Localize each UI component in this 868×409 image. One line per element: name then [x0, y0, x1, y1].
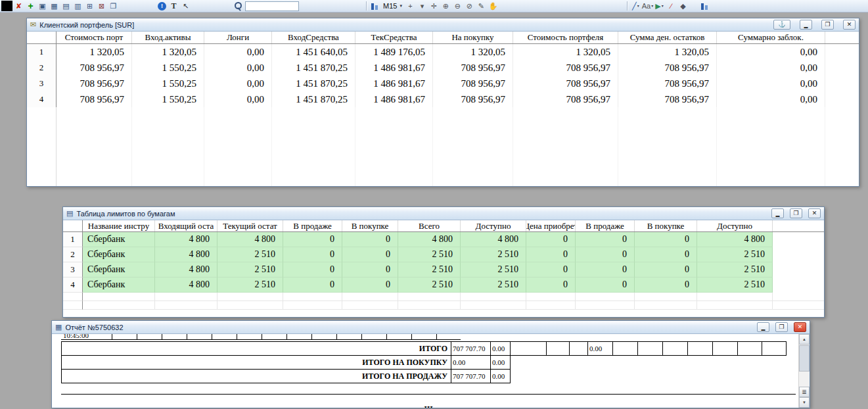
- column-header[interactable]: Название инстру: [83, 220, 155, 231]
- add-window-icon[interactable]: +: [25, 1, 36, 11]
- table-row[interactable]: 4708 956,971 550,250,001 451 870,251 486…: [27, 91, 859, 107]
- restore-button[interactable]: ❐: [821, 20, 834, 30]
- column-header[interactable]: Вход.активы: [132, 32, 204, 43]
- chart-bars-icon[interactable]: [369, 1, 380, 11]
- table-row[interactable]: 3708 956,971 550,250,001 451 870,251 486…: [27, 76, 859, 91]
- portfolio-titlebar[interactable]: ✉ Клиентский портфель [SUR] ⚓ ▬ ❐ ✕: [27, 18, 859, 32]
- table-row[interactable]: 4Сбербанк4 8002 510002 5102 5100002 510: [63, 277, 824, 293]
- report-value-cell: [547, 342, 570, 355]
- close-button[interactable]: ✕: [794, 322, 806, 332]
- zoom-in-icon[interactable]: +: [405, 1, 416, 11]
- column-header[interactable]: ВходСредства: [272, 32, 355, 43]
- column-header[interactable]: Всего: [398, 220, 461, 231]
- new-chart-icon[interactable]: ▣: [37, 1, 48, 11]
- table-row[interactable]: 2Сбербанк4 8002 510002 5102 5100002 510: [63, 247, 824, 262]
- table-close-icon[interactable]: ⊠: [96, 1, 107, 11]
- black-square-icon[interactable]: [1, 1, 12, 11]
- table-copy-icon[interactable]: ❐: [108, 1, 119, 11]
- minimize-button[interactable]: ▬: [800, 20, 812, 30]
- column-header[interactable]: Текущий остат: [217, 220, 283, 231]
- column-header[interactable]: В покупке: [342, 220, 398, 231]
- column-header[interactable]: Суммарно заблок.: [717, 32, 825, 43]
- column-header[interactable]: Сумма ден. остатков: [618, 32, 717, 43]
- pencil-icon[interactable]: ✎: [476, 1, 487, 11]
- filler-cell: [355, 107, 433, 186]
- scroll-track[interactable]: [799, 372, 810, 387]
- table-row[interactable]: 11 320,051 320,050,001 451 640,051 489 1…: [27, 44, 859, 60]
- scroll-menu-button[interactable]: ≣: [799, 387, 810, 397]
- table-row[interactable]: 1Сбербанк4 8004 800004 8004 8000004 800: [63, 232, 824, 247]
- table-row[interactable]: 2708 956,971 550,250,001 451 870,251 486…: [27, 60, 859, 76]
- cell: 4 800: [398, 232, 461, 247]
- remove-object-icon[interactable]: ✘: [13, 1, 24, 11]
- pin-button[interactable]: ⚓: [773, 20, 790, 30]
- row-filler: [825, 76, 859, 91]
- row-filler: [825, 44, 859, 60]
- column-header[interactable]: ТекСредства: [355, 32, 433, 43]
- scroll-thumb[interactable]: [799, 345, 810, 372]
- cell: 0,00: [717, 76, 825, 91]
- scroll-up-button[interactable]: ▲: [799, 334, 810, 345]
- cursor-tool-icon[interactable]: ↖: [180, 1, 191, 11]
- column-header[interactable]: Доступно: [697, 220, 773, 231]
- window-title: Отчёт №5750632: [65, 324, 754, 331]
- search-icon[interactable]: [232, 1, 243, 11]
- column-header[interactable]: Входящий оста: [155, 220, 217, 231]
- empty-cell: [635, 301, 697, 310]
- info-icon[interactable]: !: [158, 2, 166, 11]
- timeframe-select[interactable]: M15▾: [381, 1, 404, 11]
- column-header[interactable]: Лонги: [204, 32, 272, 43]
- column-header[interactable]: Стоимость порт: [57, 32, 132, 43]
- interval-dropdown-icon[interactable]: ▾: [417, 1, 428, 11]
- report-summary-row: ИТОГО НА ПРОДАЖУ707 707.700.00: [61, 370, 511, 383]
- quotes-table-icon[interactable]: ▤: [60, 1, 72, 11]
- column-header[interactable]: Доступно: [461, 220, 526, 231]
- empty-cell: [697, 301, 773, 310]
- restore-button[interactable]: ❐: [775, 322, 788, 332]
- table-row[interactable]: 3Сбербанк4 8002 510002 5102 5100002 510: [63, 262, 824, 277]
- report-vscrollbar[interactable]: ▲ ≣ ▼: [798, 334, 810, 408]
- table-zoom-icon[interactable]: ⊞: [84, 1, 95, 11]
- shape-tool-icon[interactable]: ◆: [677, 1, 689, 11]
- cell: 708 956,97: [618, 60, 717, 76]
- row-filler: [773, 232, 824, 247]
- limits-titlebar[interactable]: ▤ Таблица лимитов по бумагам ▬ ❐ ✕: [63, 207, 824, 220]
- volume-chart-icon[interactable]: [699, 1, 710, 11]
- cell: 0: [283, 277, 342, 293]
- pan-hand-icon[interactable]: ✋: [488, 1, 499, 11]
- column-header[interactable]: В покупке: [635, 220, 697, 231]
- zoom-out-icon[interactable]: ⊖: [452, 1, 463, 11]
- cell: 0,00: [717, 44, 825, 60]
- column-header[interactable]: В продаже: [283, 220, 342, 231]
- screenshot-icon[interactable]: ▦: [49, 1, 60, 11]
- marker-tool-icon[interactable]: ▶▾: [654, 1, 665, 11]
- report-titlebar[interactable]: ▦ Отчёт №5750632 ▬ ❐ ✕: [52, 321, 810, 334]
- export-table-icon[interactable]: ▥: [72, 1, 83, 11]
- column-header[interactable]: Цена приобрет: [526, 220, 576, 231]
- cell: 708 956,97: [513, 60, 618, 76]
- line-tool-icon[interactable]: ╱▾: [630, 1, 641, 11]
- zoom-area-icon[interactable]: ⊕: [440, 1, 451, 11]
- minimize-button[interactable]: ▬: [757, 322, 769, 332]
- minimize-button[interactable]: ▬: [771, 208, 784, 218]
- close-button[interactable]: ✕: [843, 20, 856, 30]
- table-header-row: Название инструВходящий остаТекущий оста…: [63, 220, 824, 232]
- empty-cell: [217, 301, 283, 310]
- text-tool-icon[interactable]: T: [168, 1, 179, 11]
- eraser-tool-icon[interactable]: ∕: [666, 1, 677, 11]
- filler-cell: [272, 107, 355, 186]
- row-number: 2: [63, 247, 83, 262]
- close-button[interactable]: ✕: [808, 208, 821, 218]
- crosshair-icon[interactable]: ✛: [428, 1, 440, 11]
- search-input[interactable]: [245, 1, 299, 11]
- cell: 1 486 981,67: [355, 76, 433, 91]
- column-header[interactable]: На покупку: [433, 32, 513, 43]
- restore-button[interactable]: ❐: [790, 208, 802, 218]
- text-annotation-icon[interactable]: Aa▾: [642, 1, 653, 11]
- disable-tool-icon[interactable]: ⊘: [464, 1, 475, 11]
- cell: 1 550,25: [132, 60, 204, 76]
- column-header[interactable]: В продаже: [576, 220, 635, 231]
- cell: 0: [576, 277, 635, 293]
- scroll-down-button[interactable]: ▼: [799, 397, 810, 408]
- column-header[interactable]: Стоимость портфеля: [513, 32, 618, 43]
